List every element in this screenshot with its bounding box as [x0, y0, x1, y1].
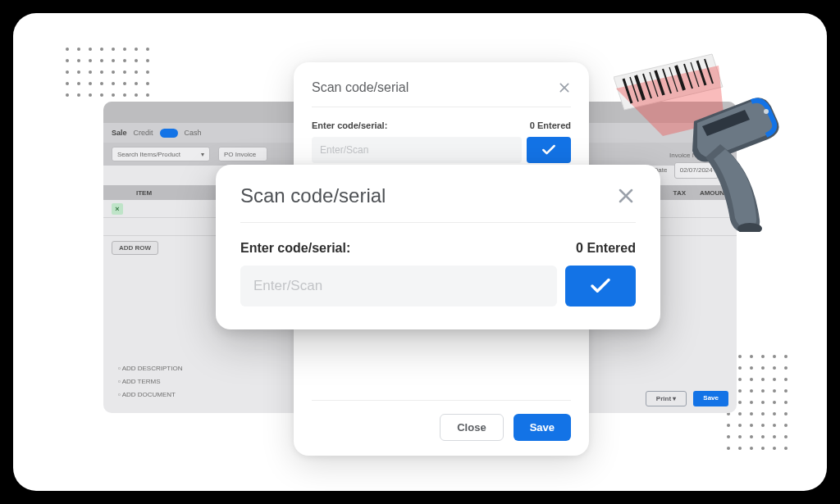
item-search-select[interactable]: Search Items/Product ▾ [112, 147, 210, 161]
enter-code-label-back: Enter code/serial: [312, 120, 387, 130]
svg-line-14 [676, 66, 684, 90]
svg-line-18 [705, 59, 713, 84]
enter-code-label: Enter code/serial: [240, 241, 350, 256]
confirm-button[interactable] [565, 266, 636, 306]
add-description-link[interactable]: ▫ ADD DESCRIPTION [118, 362, 182, 375]
modal-title-back: Scan code/serial [312, 80, 409, 95]
save-button[interactable]: Save [514, 414, 571, 441]
bg-save-button[interactable]: Save [693, 391, 728, 406]
add-document-link[interactable]: ▫ ADD DOCUMENT [118, 388, 182, 402]
invoice-number-label: Invoice Number [669, 152, 715, 159]
svg-line-16 [691, 62, 699, 87]
code-input-back[interactable]: Enter/Scan [312, 137, 522, 163]
svg-line-12 [663, 69, 671, 93]
close-button[interactable]: Close [440, 414, 503, 441]
svg-point-19 [764, 109, 769, 114]
svg-line-7 [630, 77, 638, 102]
add-row-button[interactable]: ADD ROW [112, 241, 158, 255]
scan-modal-front: Scan code/serial Enter code/serial: 0 En… [216, 165, 660, 329]
entered-count: 0 Entered [576, 241, 636, 256]
svg-line-15 [684, 64, 692, 89]
col-tax: TAX [673, 189, 686, 197]
svg-line-10 [650, 72, 658, 97]
modal-title: Scan code/serial [240, 184, 386, 207]
svg-point-20 [737, 223, 762, 232]
svg-line-9 [643, 74, 651, 98]
svg-line-6 [623, 79, 632, 103]
check-icon [588, 274, 613, 298]
canvas: Sale Credit Cash Search Items/Product ▾ … [13, 13, 827, 491]
credit-cash-toggle[interactable] [160, 129, 178, 138]
close-icon[interactable] [558, 81, 571, 94]
row-remove-icon[interactable]: × [112, 203, 123, 215]
sale-label: Sale [112, 129, 127, 137]
po-invoice-field[interactable]: PO Invoice [218, 147, 267, 161]
invoice-date-value[interactable]: 02/07/2024 [674, 162, 719, 179]
cash-label: Cash [185, 129, 202, 137]
entered-count-back: 0 Entered [530, 120, 571, 130]
close-icon[interactable] [616, 186, 636, 206]
check-icon [541, 142, 557, 158]
confirm-button-back[interactable] [527, 137, 571, 163]
bg-print-button[interactable]: Print ▾ [646, 391, 687, 406]
credit-label: Credit [134, 129, 153, 137]
col-amount: AMOUNT [696, 189, 728, 197]
col-item: ITEM [136, 189, 152, 197]
svg-line-11 [655, 70, 664, 95]
add-terms-link[interactable]: ▫ ADD TERMS [118, 375, 182, 388]
invoice-number-value: T3 [721, 152, 728, 159]
svg-line-8 [636, 75, 644, 100]
svg-line-13 [669, 67, 678, 92]
code-input[interactable]: Enter/Scan [240, 266, 557, 306]
decorative-dots-top-left [66, 48, 149, 97]
svg-line-17 [697, 61, 705, 85]
